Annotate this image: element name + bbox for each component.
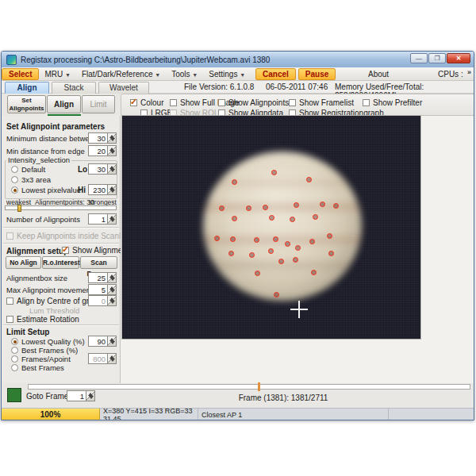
view-option-colour[interactable]: Colour — [130, 98, 163, 107]
tab-stack[interactable]: Stack — [52, 82, 96, 94]
spinner-arrows-icon[interactable] — [107, 353, 117, 364]
spinner-arrows-icon[interactable] — [107, 132, 117, 144]
menu-mru[interactable]: MRU ▼ — [39, 69, 76, 79]
radio-best-frames[interactable]: Best Frames — [11, 363, 64, 372]
alignpoint-marker — [274, 292, 279, 298]
alignpoint-marker — [219, 205, 225, 211]
divider — [3, 227, 119, 228]
screen: Registax processing C:\Astro-Bildbearbei… — [0, 0, 476, 476]
intensity-slider[interactable] — [5, 205, 117, 210]
radio-default[interactable]: Default — [11, 165, 45, 174]
file-version-label: File Version: 6.1.0.8 — [184, 83, 254, 91]
alignmentbox-size-stepper[interactable]: 25 — [88, 272, 117, 283]
alignpoint-marker — [249, 252, 255, 258]
min-distance-label: Minimum distance between — [6, 134, 98, 143]
max-movement-stepper[interactable]: 5 — [88, 284, 117, 295]
estimate-rotation-checkbox[interactable]: Estimate Rotation — [6, 315, 79, 324]
alignpoint-marker — [294, 202, 299, 208]
checkbox-icon — [6, 232, 13, 240]
status-spacer — [389, 409, 474, 420]
checkbox-icon — [363, 99, 370, 106]
minimize-button[interactable]: — — [410, 53, 428, 63]
close-button[interactable]: ✕ — [447, 53, 470, 63]
min-distance-stepper[interactable]: 30 — [88, 132, 117, 144]
spinner-arrows-icon[interactable] — [107, 163, 117, 175]
radio-3x3-area[interactable]: 3x3 area — [11, 175, 51, 184]
limit-setup-header: Limit Setup — [6, 328, 49, 336]
menu-flat-dark-reference[interactable]: Flat/Dark/Reference ▼ — [76, 69, 166, 79]
chevron-down-icon: ▼ — [65, 72, 71, 78]
lowest-quality-stepper[interactable]: 90 — [88, 336, 117, 347]
radio-lowest-quality[interactable]: Lowest Quality (%) — [11, 337, 85, 346]
alignpoint-marker — [306, 177, 312, 182]
spinner-arrows-icon[interactable] — [107, 284, 117, 295]
spinner-arrows-icon[interactable] — [107, 295, 117, 306]
intensity-group-label: Intensity_selection — [6, 155, 71, 164]
alignpoint-parameters-panel: Set Alignpoint parameters Minimum distan… — [2, 116, 121, 383]
cancel-button[interactable]: Cancel — [255, 68, 296, 80]
spinner-arrows-icon[interactable] — [107, 336, 117, 347]
alignpoint-marker — [278, 259, 284, 264]
restore-button[interactable]: ❐ — [428, 53, 446, 63]
scan-frames-button[interactable]: Scan Frames — [80, 256, 117, 269]
progress-bar: 100% — [2, 409, 100, 420]
set-alignpoints-button[interactable]: Set Alignpoints — [7, 95, 46, 113]
status-bar: 100% X=380 Y=415 I=33 RGB=33 31 45 Close… — [2, 408, 474, 420]
alignment-setup-header: Alignment setup — [6, 247, 68, 255]
jupiter-image[interactable] — [122, 116, 420, 339]
menu-overflow-icon[interactable]: » — [467, 68, 471, 76]
menu-select[interactable]: Select — [2, 68, 39, 80]
menu-about[interactable]: About — [363, 69, 394, 79]
menu-tools[interactable]: Tools ▼ — [166, 69, 203, 79]
view-option-label: Colour — [140, 98, 163, 107]
lo-stepper[interactable]: 30 — [88, 163, 117, 175]
alignpoint-marker — [268, 248, 274, 254]
spinner-arrows-icon[interactable] — [107, 213, 117, 225]
spinner-arrows-icon[interactable] — [107, 184, 117, 195]
tab-align[interactable]: Align — [5, 82, 49, 94]
slider-thumb[interactable] — [17, 205, 21, 212]
frames-apoint-stepper[interactable]: 800 — [88, 353, 117, 364]
spinner-arrows-icon[interactable] — [107, 145, 117, 156]
hi-stepper[interactable]: 230 — [88, 184, 117, 195]
limit-button[interactable]: Limit — [82, 95, 115, 113]
crosshair-cursor — [298, 301, 300, 318]
lum-threshold-label: Lum Threshold — [29, 306, 79, 315]
view-option-label: Show Framelist — [299, 98, 354, 107]
min-edge-stepper[interactable]: 20 — [88, 145, 117, 156]
app-icon — [6, 55, 17, 65]
show-alignment-checkbox[interactable]: Show Alignment — [62, 246, 129, 255]
radio-lowest-pixelvalue[interactable]: Lowest pixelvalue — [11, 186, 81, 194]
radio-frames-apoint[interactable]: Frames/Apoint — [11, 355, 71, 363]
view-options-panel: ColourShow Full ImageShow AlignpointsSho… — [121, 94, 474, 116]
cpus-label: CPUs : — [432, 69, 469, 79]
spinner-arrows-icon[interactable] — [107, 272, 117, 283]
goto-frame-stepper[interactable]: 1 — [67, 390, 95, 401]
checkbox-icon — [6, 298, 13, 305]
alignpoint-marker — [295, 245, 301, 251]
radio-best-frames-pct[interactable]: Best Frames (%) — [11, 346, 78, 355]
tab-wavelet[interactable]: Wavelet — [98, 82, 149, 94]
centre-gravity-stepper[interactable]: 0 — [88, 295, 117, 306]
view-option-show-alignpoints[interactable]: Show Alignpoints — [218, 98, 289, 107]
radio-icon — [11, 347, 18, 354]
alignpoint-marker — [290, 217, 295, 222]
alignpoint-marker — [269, 215, 274, 221]
view-option-show-framelist[interactable]: Show Framelist — [289, 98, 354, 107]
spinner-arrows-icon[interactable] — [86, 390, 95, 401]
menu-settings[interactable]: Settings ▼ — [203, 69, 251, 79]
roi-button[interactable]: R.o.Interest — [42, 256, 79, 269]
menu-bar: Select MRU ▼ Flat/Dark/Reference ▼ Tools… — [2, 67, 474, 81]
radio-icon — [11, 176, 18, 183]
num-alignpoints-stepper[interactable]: 1 — [88, 213, 117, 225]
pause-button[interactable]: Pause — [298, 68, 336, 80]
alignpoint-marker — [313, 214, 318, 220]
checkbox-icon — [218, 99, 225, 106]
no-align-button[interactable]: No Align — [6, 256, 41, 269]
view-option-show-prefilter[interactable]: Show Prefilter — [363, 98, 422, 107]
checkbox-icon — [6, 316, 13, 323]
align-button[interactable]: Align — [47, 95, 81, 113]
chevron-down-icon: ▼ — [155, 72, 160, 78]
checkbox-icon — [289, 99, 296, 106]
alignpoint-marker — [333, 203, 339, 209]
